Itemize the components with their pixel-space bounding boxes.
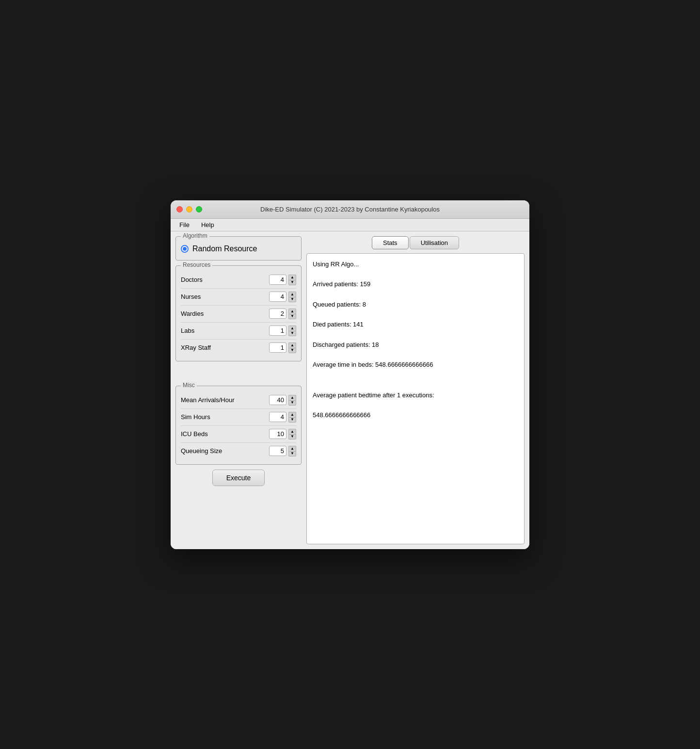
mean-arrivals-spinner: ▲ ▼	[269, 395, 296, 406]
nurses-down[interactable]: ▼	[288, 297, 296, 302]
nurses-arrows: ▲ ▼	[288, 292, 296, 302]
labs-input[interactable]	[269, 326, 286, 336]
output-line-2: Queued patients: 8	[313, 300, 518, 310]
nurses-input[interactable]	[269, 292, 286, 302]
queueing-size-input[interactable]	[269, 446, 286, 456]
algorithm-group-label: Algorithm	[181, 232, 209, 239]
queueing-size-up[interactable]: ▲	[288, 446, 296, 451]
sim-hours-arrows: ▲ ▼	[288, 412, 296, 423]
sim-hours-label: Sim Hours	[181, 413, 269, 421]
output-line-0: Using RR Algo...	[313, 260, 518, 270]
doctors-label: Doctors	[181, 276, 269, 283]
title-bar: Dike-ED Simulator (C) 2021-2023 by Const…	[171, 200, 529, 219]
output-line-7: Average patient bedtime after 1 executio…	[313, 391, 518, 401]
wardies-down[interactable]: ▼	[288, 314, 296, 319]
resources-group-label: Resources	[181, 261, 212, 268]
wardies-label: Wardies	[181, 310, 269, 317]
icu-beds-row: ICU Beds ▲ ▼	[181, 426, 296, 443]
maximize-button[interactable]	[196, 206, 202, 212]
xray-down[interactable]: ▼	[288, 348, 296, 353]
menu-bar: File Help	[171, 219, 529, 231]
xray-input[interactable]	[269, 342, 286, 353]
xray-up[interactable]: ▲	[288, 342, 296, 348]
output-line-4: Discharged patients: 18	[313, 340, 518, 350]
minimize-button[interactable]	[186, 206, 192, 212]
labs-down[interactable]: ▼	[288, 331, 296, 336]
misc-group-label: Misc	[181, 382, 197, 389]
xray-arrows: ▲ ▼	[288, 342, 296, 353]
doctors-up[interactable]: ▲	[288, 275, 296, 280]
resources-group: Resources Doctors ▲ ▼ Nurses	[175, 265, 302, 361]
queueing-size-down[interactable]: ▼	[288, 451, 296, 456]
algorithm-row: Random Resource	[181, 243, 296, 255]
icu-beds-down[interactable]: ▼	[288, 434, 296, 440]
xray-row: XRay Staff ▲ ▼	[181, 340, 296, 356]
output-box: Using RR Algo... Arrived patients: 159 Q…	[306, 253, 525, 544]
icu-beds-arrows: ▲ ▼	[288, 429, 296, 440]
sim-hours-row: Sim Hours ▲ ▼	[181, 409, 296, 426]
mean-arrivals-up[interactable]: ▲	[288, 395, 296, 400]
icu-beds-label: ICU Beds	[181, 430, 269, 438]
output-line-8: 548.6666666666666	[313, 410, 518, 421]
execute-button[interactable]: Execute	[212, 470, 265, 486]
sim-hours-down[interactable]: ▼	[288, 417, 296, 423]
xray-label: XRay Staff	[181, 344, 269, 351]
queueing-size-label: Queueing Size	[181, 447, 269, 455]
sim-hours-input[interactable]	[269, 412, 286, 422]
labs-label: Labs	[181, 327, 269, 334]
menu-file[interactable]: File	[175, 220, 194, 230]
doctors-input[interactable]	[269, 275, 286, 285]
sim-hours-spinner: ▲ ▼	[269, 412, 296, 423]
mean-arrivals-arrows: ▲ ▼	[288, 395, 296, 406]
menu-help[interactable]: Help	[196, 220, 219, 230]
main-window: Dike-ED Simulator (C) 2021-2023 by Const…	[171, 200, 529, 549]
icu-beds-spinner: ▲ ▼	[269, 429, 296, 440]
nurses-row: Nurses ▲ ▼	[181, 289, 296, 306]
doctors-arrows: ▲ ▼	[288, 275, 296, 285]
wardies-spinner: ▲ ▼	[269, 309, 296, 319]
doctors-row: Doctors ▲ ▼	[181, 272, 296, 289]
sim-hours-up[interactable]: ▲	[288, 412, 296, 417]
main-content: Algorithm Random Resource Resources Doct…	[171, 231, 529, 549]
close-button[interactable]	[176, 206, 183, 212]
mean-arrivals-input[interactable]	[269, 395, 286, 405]
wardies-arrows: ▲ ▼	[288, 309, 296, 319]
tab-stats[interactable]: Stats	[372, 236, 409, 249]
xray-spinner: ▲ ▼	[269, 342, 296, 353]
queueing-size-spinner: ▲ ▼	[269, 446, 296, 456]
wardies-input[interactable]	[269, 309, 286, 319]
nurses-label: Nurses	[181, 293, 269, 300]
nurses-spinner: ▲ ▼	[269, 292, 296, 302]
algorithm-group: Algorithm Random Resource	[175, 236, 302, 261]
mean-arrivals-down[interactable]: ▼	[288, 400, 296, 406]
labs-spinner: ▲ ▼	[269, 326, 296, 336]
wardies-up[interactable]: ▲	[288, 309, 296, 314]
output-line-5: Average time in beds: 548.6666666666666	[313, 360, 518, 370]
tab-utilisation[interactable]: Utilisation	[410, 236, 459, 249]
tabs-bar: Stats Utilisation	[306, 236, 525, 249]
nurses-up[interactable]: ▲	[288, 292, 296, 297]
window-title: Dike-ED Simulator (C) 2021-2023 by Const…	[260, 206, 440, 213]
right-panel: Stats Utilisation Using RR Algo... Arriv…	[306, 236, 525, 544]
left-panel: Algorithm Random Resource Resources Doct…	[175, 236, 302, 544]
doctors-down[interactable]: ▼	[288, 280, 296, 285]
queueing-size-row: Queueing Size ▲ ▼	[181, 443, 296, 459]
misc-group: Misc Mean Arrivals/Hour ▲ ▼ Sim Hours	[175, 386, 302, 465]
icu-beds-input[interactable]	[269, 429, 286, 439]
labs-row: Labs ▲ ▼	[181, 323, 296, 340]
output-line-3: Died patients: 141	[313, 320, 518, 330]
mean-arrivals-label: Mean Arrivals/Hour	[181, 396, 269, 404]
output-line-1: Arrived patients: 159	[313, 279, 518, 290]
mean-arrivals-row: Mean Arrivals/Hour ▲ ▼	[181, 392, 296, 409]
random-resource-radio[interactable]	[181, 245, 189, 253]
labs-arrows: ▲ ▼	[288, 326, 296, 336]
icu-beds-up[interactable]: ▲	[288, 429, 296, 434]
wardies-row: Wardies ▲ ▼	[181, 306, 296, 323]
traffic-lights	[176, 206, 202, 212]
queueing-size-arrows: ▲ ▼	[288, 446, 296, 456]
random-resource-label: Random Resource	[192, 244, 257, 253]
doctors-spinner: ▲ ▼	[269, 275, 296, 285]
spacer	[175, 366, 302, 381]
labs-up[interactable]: ▲	[288, 326, 296, 331]
